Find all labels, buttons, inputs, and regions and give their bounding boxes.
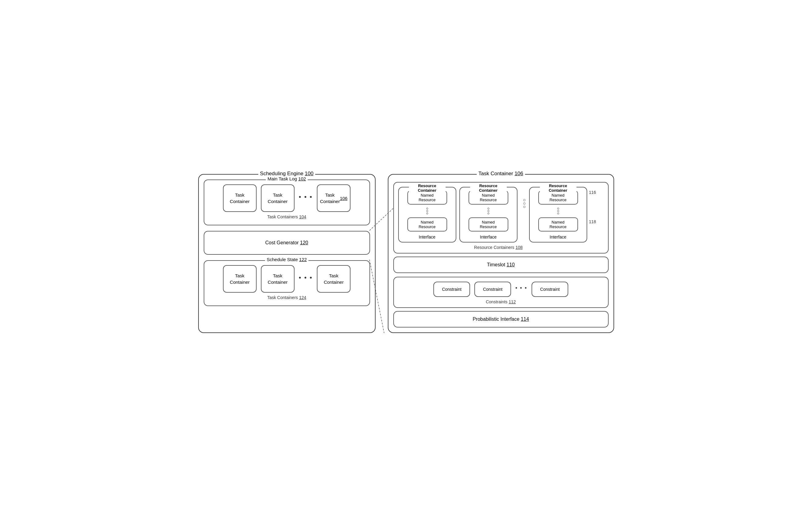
ss-task-container-3: TaskContainer [317,265,350,293]
task-container-106-box: Task Container 106 ResourceContainer Nam… [388,174,614,333]
timeslot-label: Timeslot 110 [487,262,515,267]
main-task-containers-row: TaskContainer TaskContainer • • • TaskCo… [208,184,366,212]
constraint-3: Constraint [531,282,568,297]
timeslot-box: Timeslot 110 [393,257,608,273]
resource-container-col-1: ResourceContainer NamedResource NamedRes… [398,187,456,242]
cost-generator-box: Cost Generator 120 [204,231,370,255]
rc-col-2-title: ResourceContainer [470,183,507,193]
resource-containers-108-label: Resource Containers 108 [398,245,599,250]
annotation-118: 118 [589,219,596,224]
rc-dots-3 [557,208,559,214]
task-container-2: TaskContainer [261,184,294,212]
scheduling-engine-label: Scheduling Engine 100 [258,171,315,177]
ellipsis-2: • • • [299,274,312,282]
resource-container-col-2: ResourceContainer NamedResource NamedRes… [459,187,518,242]
probabilistic-interface-box: Probabilistic Interface 114 [393,311,608,328]
col-ellipsis [520,187,529,208]
ellipsis-3: • • • [515,285,527,291]
task-containers-104-label: Task Containers 104 [208,214,366,219]
main-task-log-label: Main Task Log 102 [266,176,308,181]
annotation-116: 116 [589,190,596,195]
ellipsis-1: • • • [299,193,312,201]
resource-container-col-3: ResourceContainer NamedResource NamedRes… [529,187,587,242]
task-container-1: TaskContainer [223,184,256,212]
scheduling-engine-box: Scheduling Engine 100 Main Task Log 102 … [198,174,375,333]
resource-containers-section: ResourceContainer NamedResource NamedRes… [393,182,608,253]
named-resource-1-bottom: NamedResource [407,217,447,231]
interface-label-1: Interface [419,234,435,239]
cost-generator-label: Cost Generator 120 [265,240,308,245]
rc-cols-wrapper: ResourceContainer NamedResource NamedRes… [398,187,599,242]
diagram: Scheduling Engine 100 Main Task Log 102 … [198,174,614,333]
rc-dots-2 [487,208,489,214]
constraint-2: Constraint [474,282,511,297]
interface-label-2: Interface [480,234,497,239]
constraints-112-label: Constraints 112 [398,299,604,304]
ss-task-container-1: TaskContainer [223,265,256,293]
constraints-box: Constraint Constraint • • • Constraint C… [393,277,608,308]
rc-col-3-title: ResourceContainer [540,183,577,193]
interface-label-3: Interface [549,234,566,239]
task-container-106: TaskContainer106 [317,184,350,212]
named-resource-3-bottom: NamedResource [538,217,578,231]
probabilistic-interface-label: Probabilistic Interface 114 [472,317,529,322]
schedule-state-task-row: TaskContainer TaskContainer • • • TaskCo… [208,265,366,293]
constraint-1: Constraint [433,282,470,297]
task-container-106-title: Task Container 106 [476,171,525,177]
task-containers-124-label: Task Containers 124 [208,295,366,300]
rc-col-1-title: ResourceContainer [409,183,446,193]
schedule-state-label: Schedule State 122 [265,257,308,262]
named-resource-2-bottom: NamedResource [469,217,508,231]
constraints-row: Constraint Constraint • • • Constraint [398,282,604,297]
ss-task-container-2: TaskContainer [261,265,294,293]
main-task-log-box: Main Task Log 102 TaskContainer TaskCont… [204,179,370,225]
schedule-state-box: Schedule State 122 TaskContainer TaskCon… [204,260,370,306]
right-inner: ResourceContainer NamedResource NamedRes… [393,182,608,328]
rc-dots-1 [426,208,428,214]
